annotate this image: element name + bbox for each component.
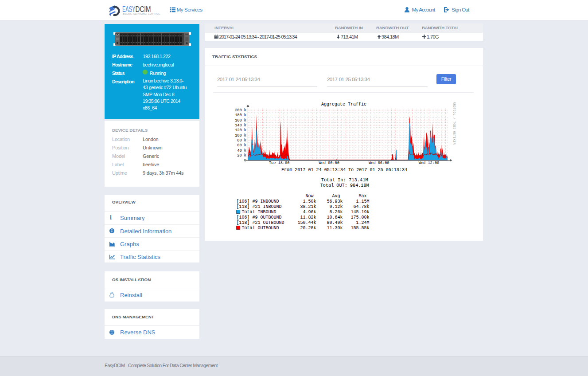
svg-text:RRDTOOL / TOBI OETIKER: RRDTOOL / TOBI OETIKER — [452, 102, 456, 145]
svg-text:[118] #21 INBOUND 38.21k: [118] #21 INBOUND 38.21k 9.12k 64.78k — [237, 204, 370, 209]
svg-text:Tue 18:00: Tue 18:00 — [269, 161, 289, 165]
svg-text:Total OUT: 984.18M: Total OUT: 984.18M — [320, 183, 369, 188]
svg-text:Total OUTBOUND 20.28k: Total OUTBOUND 20.28k 11.39k 155.55k — [237, 226, 370, 231]
svg-text:200 k: 200 k — [235, 108, 246, 113]
svg-text:140 k: 140 k — [235, 123, 246, 128]
svg-text:80 k: 80 k — [237, 138, 246, 143]
svg-text:120 k: 120 k — [235, 128, 246, 133]
svg-text:40 k: 40 k — [237, 149, 246, 153]
svg-text:Wed 12:00: Wed 12:00 — [419, 161, 439, 165]
svg-text:180 k: 180 k — [235, 113, 246, 118]
svg-text:BILLING. SERVICING. CONTROL.: BILLING. SERVICING. CONTROL. — [123, 12, 160, 15]
svg-text:Aggregate Traffic: Aggregate Traffic — [321, 102, 366, 107]
svg-text:[106] #9 INBOUND 1.50k: [106] #9 INBOUND 1.50k 56.93k 1.15M — [237, 199, 370, 204]
svg-text:60 k: 60 k — [237, 143, 246, 148]
svg-text:[118] #21 OUTBOUND 150.44k: [118] #21 OUTBOUND 150.44k 80.49k 1.24M — [237, 220, 370, 225]
svg-text:Wed 00:00: Wed 00:00 — [319, 161, 339, 165]
svg-text:0: 0 — [244, 158, 246, 163]
svg-text:Wed 06:00: Wed 06:00 — [369, 161, 389, 165]
svg-text:[106] #9 OUTBOUND 11.82k: [106] #9 OUTBOUND 11.82k 10.64k 175.00k — [237, 215, 370, 220]
svg-text:Total INBOUND 4.96k: Total INBOUND 4.96k 8.26k 145.19k — [237, 210, 370, 215]
svg-text:From 2017-01-24 05:13:34 To 20: From 2017-01-24 05:13:34 To 2017-01-25 0… — [281, 167, 407, 172]
svg-text:Total In: 713.41M: Total In: 713.41M — [321, 178, 368, 183]
svg-text:20 k: 20 k — [237, 153, 246, 158]
svg-text:100 k: 100 k — [235, 133, 246, 138]
svg-text:Now Avg Max: Now Avg Max — [237, 194, 367, 199]
svg-text:160 k: 160 k — [235, 118, 246, 123]
